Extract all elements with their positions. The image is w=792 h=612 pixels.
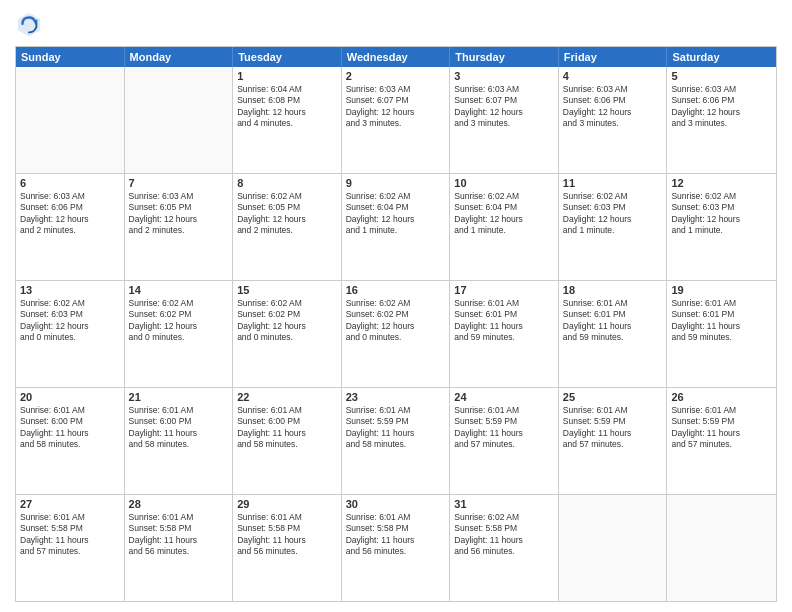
day-number: 3 xyxy=(454,70,554,82)
day-number: 15 xyxy=(237,284,337,296)
day-number: 6 xyxy=(20,177,120,189)
cell-content: Sunrise: 6:01 AM Sunset: 6:01 PM Dayligh… xyxy=(454,298,554,344)
day-header-monday: Monday xyxy=(125,47,234,67)
cell-content: Sunrise: 6:01 AM Sunset: 5:59 PM Dayligh… xyxy=(563,405,663,451)
day-number: 11 xyxy=(563,177,663,189)
day-cell-15: 15Sunrise: 6:02 AM Sunset: 6:02 PM Dayli… xyxy=(233,281,342,387)
day-cell-18: 18Sunrise: 6:01 AM Sunset: 6:01 PM Dayli… xyxy=(559,281,668,387)
empty-cell xyxy=(559,495,668,601)
day-number: 30 xyxy=(346,498,446,510)
page: SundayMondayTuesdayWednesdayThursdayFrid… xyxy=(0,0,792,612)
day-cell-31: 31Sunrise: 6:02 AM Sunset: 5:58 PM Dayli… xyxy=(450,495,559,601)
day-cell-12: 12Sunrise: 6:02 AM Sunset: 6:03 PM Dayli… xyxy=(667,174,776,280)
calendar-row-4: 27Sunrise: 6:01 AM Sunset: 5:58 PM Dayli… xyxy=(16,494,776,601)
calendar-body: 1Sunrise: 6:04 AM Sunset: 6:08 PM Daylig… xyxy=(16,67,776,601)
logo-icon xyxy=(15,10,43,38)
day-header-sunday: Sunday xyxy=(16,47,125,67)
day-number: 5 xyxy=(671,70,772,82)
cell-content: Sunrise: 6:03 AM Sunset: 6:07 PM Dayligh… xyxy=(346,84,446,130)
day-number: 19 xyxy=(671,284,772,296)
day-cell-26: 26Sunrise: 6:01 AM Sunset: 5:59 PM Dayli… xyxy=(667,388,776,494)
day-cell-11: 11Sunrise: 6:02 AM Sunset: 6:03 PM Dayli… xyxy=(559,174,668,280)
cell-content: Sunrise: 6:03 AM Sunset: 6:06 PM Dayligh… xyxy=(20,191,120,237)
day-number: 8 xyxy=(237,177,337,189)
cell-content: Sunrise: 6:01 AM Sunset: 5:58 PM Dayligh… xyxy=(129,512,229,558)
cell-content: Sunrise: 6:01 AM Sunset: 5:59 PM Dayligh… xyxy=(346,405,446,451)
day-cell-28: 28Sunrise: 6:01 AM Sunset: 5:58 PM Dayli… xyxy=(125,495,234,601)
empty-cell xyxy=(16,67,125,173)
cell-content: Sunrise: 6:02 AM Sunset: 6:02 PM Dayligh… xyxy=(346,298,446,344)
cell-content: Sunrise: 6:01 AM Sunset: 5:59 PM Dayligh… xyxy=(671,405,772,451)
cell-content: Sunrise: 6:01 AM Sunset: 5:59 PM Dayligh… xyxy=(454,405,554,451)
day-header-thursday: Thursday xyxy=(450,47,559,67)
cell-content: Sunrise: 6:03 AM Sunset: 6:05 PM Dayligh… xyxy=(129,191,229,237)
day-cell-7: 7Sunrise: 6:03 AM Sunset: 6:05 PM Daylig… xyxy=(125,174,234,280)
cell-content: Sunrise: 6:01 AM Sunset: 6:00 PM Dayligh… xyxy=(20,405,120,451)
day-cell-14: 14Sunrise: 6:02 AM Sunset: 6:02 PM Dayli… xyxy=(125,281,234,387)
cell-content: Sunrise: 6:01 AM Sunset: 6:00 PM Dayligh… xyxy=(129,405,229,451)
day-cell-2: 2Sunrise: 6:03 AM Sunset: 6:07 PM Daylig… xyxy=(342,67,451,173)
day-cell-8: 8Sunrise: 6:02 AM Sunset: 6:05 PM Daylig… xyxy=(233,174,342,280)
day-cell-3: 3Sunrise: 6:03 AM Sunset: 6:07 PM Daylig… xyxy=(450,67,559,173)
day-number: 22 xyxy=(237,391,337,403)
day-number: 18 xyxy=(563,284,663,296)
day-cell-10: 10Sunrise: 6:02 AM Sunset: 6:04 PM Dayli… xyxy=(450,174,559,280)
day-cell-9: 9Sunrise: 6:02 AM Sunset: 6:04 PM Daylig… xyxy=(342,174,451,280)
day-cell-13: 13Sunrise: 6:02 AM Sunset: 6:03 PM Dayli… xyxy=(16,281,125,387)
calendar-row-0: 1Sunrise: 6:04 AM Sunset: 6:08 PM Daylig… xyxy=(16,67,776,173)
cell-content: Sunrise: 6:02 AM Sunset: 5:58 PM Dayligh… xyxy=(454,512,554,558)
day-cell-27: 27Sunrise: 6:01 AM Sunset: 5:58 PM Dayli… xyxy=(16,495,125,601)
day-number: 7 xyxy=(129,177,229,189)
day-number: 17 xyxy=(454,284,554,296)
cell-content: Sunrise: 6:04 AM Sunset: 6:08 PM Dayligh… xyxy=(237,84,337,130)
cell-content: Sunrise: 6:02 AM Sunset: 6:05 PM Dayligh… xyxy=(237,191,337,237)
cell-content: Sunrise: 6:02 AM Sunset: 6:03 PM Dayligh… xyxy=(671,191,772,237)
day-number: 25 xyxy=(563,391,663,403)
cell-content: Sunrise: 6:02 AM Sunset: 6:03 PM Dayligh… xyxy=(563,191,663,237)
day-number: 13 xyxy=(20,284,120,296)
day-header-wednesday: Wednesday xyxy=(342,47,451,67)
day-cell-23: 23Sunrise: 6:01 AM Sunset: 5:59 PM Dayli… xyxy=(342,388,451,494)
cell-content: Sunrise: 6:03 AM Sunset: 6:06 PM Dayligh… xyxy=(563,84,663,130)
cell-content: Sunrise: 6:01 AM Sunset: 6:01 PM Dayligh… xyxy=(563,298,663,344)
day-number: 27 xyxy=(20,498,120,510)
cell-content: Sunrise: 6:01 AM Sunset: 5:58 PM Dayligh… xyxy=(20,512,120,558)
calendar-header: SundayMondayTuesdayWednesdayThursdayFrid… xyxy=(16,47,776,67)
day-number: 16 xyxy=(346,284,446,296)
cell-content: Sunrise: 6:02 AM Sunset: 6:04 PM Dayligh… xyxy=(454,191,554,237)
day-header-friday: Friday xyxy=(559,47,668,67)
header xyxy=(15,10,777,38)
cell-content: Sunrise: 6:01 AM Sunset: 6:01 PM Dayligh… xyxy=(671,298,772,344)
day-number: 4 xyxy=(563,70,663,82)
cell-content: Sunrise: 6:01 AM Sunset: 5:58 PM Dayligh… xyxy=(237,512,337,558)
day-number: 20 xyxy=(20,391,120,403)
day-number: 29 xyxy=(237,498,337,510)
day-cell-4: 4Sunrise: 6:03 AM Sunset: 6:06 PM Daylig… xyxy=(559,67,668,173)
cell-content: Sunrise: 6:02 AM Sunset: 6:03 PM Dayligh… xyxy=(20,298,120,344)
day-cell-24: 24Sunrise: 6:01 AM Sunset: 5:59 PM Dayli… xyxy=(450,388,559,494)
cell-content: Sunrise: 6:02 AM Sunset: 6:04 PM Dayligh… xyxy=(346,191,446,237)
calendar-row-3: 20Sunrise: 6:01 AM Sunset: 6:00 PM Dayli… xyxy=(16,387,776,494)
day-number: 24 xyxy=(454,391,554,403)
day-cell-1: 1Sunrise: 6:04 AM Sunset: 6:08 PM Daylig… xyxy=(233,67,342,173)
day-number: 9 xyxy=(346,177,446,189)
cell-content: Sunrise: 6:01 AM Sunset: 5:58 PM Dayligh… xyxy=(346,512,446,558)
day-number: 14 xyxy=(129,284,229,296)
day-cell-17: 17Sunrise: 6:01 AM Sunset: 6:01 PM Dayli… xyxy=(450,281,559,387)
day-number: 26 xyxy=(671,391,772,403)
day-header-tuesday: Tuesday xyxy=(233,47,342,67)
cell-content: Sunrise: 6:03 AM Sunset: 6:07 PM Dayligh… xyxy=(454,84,554,130)
day-cell-29: 29Sunrise: 6:01 AM Sunset: 5:58 PM Dayli… xyxy=(233,495,342,601)
day-cell-19: 19Sunrise: 6:01 AM Sunset: 6:01 PM Dayli… xyxy=(667,281,776,387)
empty-cell xyxy=(667,495,776,601)
day-number: 28 xyxy=(129,498,229,510)
cell-content: Sunrise: 6:02 AM Sunset: 6:02 PM Dayligh… xyxy=(237,298,337,344)
day-cell-25: 25Sunrise: 6:01 AM Sunset: 5:59 PM Dayli… xyxy=(559,388,668,494)
day-cell-21: 21Sunrise: 6:01 AM Sunset: 6:00 PM Dayli… xyxy=(125,388,234,494)
day-number: 2 xyxy=(346,70,446,82)
cell-content: Sunrise: 6:01 AM Sunset: 6:00 PM Dayligh… xyxy=(237,405,337,451)
calendar-row-1: 6Sunrise: 6:03 AM Sunset: 6:06 PM Daylig… xyxy=(16,173,776,280)
day-cell-5: 5Sunrise: 6:03 AM Sunset: 6:06 PM Daylig… xyxy=(667,67,776,173)
empty-cell xyxy=(125,67,234,173)
day-cell-22: 22Sunrise: 6:01 AM Sunset: 6:00 PM Dayli… xyxy=(233,388,342,494)
